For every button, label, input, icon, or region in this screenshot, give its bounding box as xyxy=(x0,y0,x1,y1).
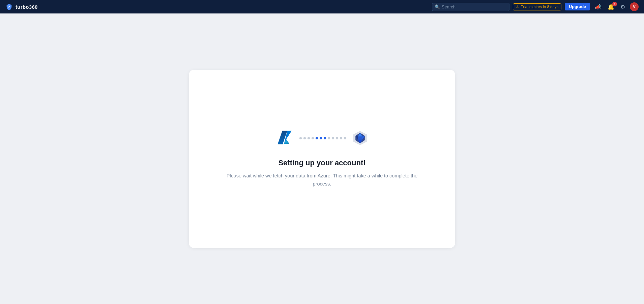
app-name: turbo360 xyxy=(16,4,38,10)
warning-icon: ⚠ xyxy=(516,5,519,9)
megaphone-icon: 📣 xyxy=(595,4,602,10)
connection-dots xyxy=(299,137,346,139)
search-input[interactable] xyxy=(432,3,509,11)
avatar[interactable]: V xyxy=(630,2,639,11)
dot xyxy=(316,137,318,139)
main-content: Setting up your account! Please wait whi… xyxy=(0,0,644,304)
setup-card: Setting up your account! Please wait whi… xyxy=(189,70,455,248)
dot xyxy=(308,137,310,139)
turbo360-brand-icon xyxy=(352,130,368,146)
trial-badge: ⚠ Trial expires in 8 days xyxy=(513,3,561,10)
settings-button[interactable]: ⚙ xyxy=(619,3,626,11)
logos-row xyxy=(276,130,368,146)
dot xyxy=(340,137,342,139)
dot xyxy=(303,137,306,139)
dot xyxy=(312,137,314,139)
dot xyxy=(336,137,338,139)
gear-icon: ⚙ xyxy=(620,4,625,10)
dot xyxy=(328,137,330,139)
dot xyxy=(332,137,334,139)
dot xyxy=(344,137,346,139)
turbo360-logo-icon xyxy=(5,3,13,10)
search-icon: 🔍 xyxy=(435,4,440,9)
dot xyxy=(324,137,326,139)
trial-text: Trial expires in 8 days xyxy=(521,5,558,9)
search-container: 🔍 xyxy=(432,3,509,11)
card-title: Setting up your account! xyxy=(278,159,365,167)
dot xyxy=(320,137,322,139)
upgrade-button[interactable]: Upgrade xyxy=(565,3,590,10)
navbar-left: turbo360 xyxy=(5,3,38,10)
azure-logo-icon xyxy=(276,130,293,146)
card-subtitle: Please wait while we fetch your data fro… xyxy=(221,172,423,188)
navbar-right: 🔍 ⚠ Trial expires in 8 days Upgrade 📣 🔔 … xyxy=(432,2,639,11)
dot xyxy=(299,137,302,139)
announcements-button[interactable]: 📣 xyxy=(593,3,603,11)
notifications-button[interactable]: 🔔 1 xyxy=(606,3,616,11)
navbar: turbo360 🔍 ⚠ Trial expires in 8 days Upg… xyxy=(0,0,644,13)
notification-count: 1 xyxy=(612,2,617,6)
